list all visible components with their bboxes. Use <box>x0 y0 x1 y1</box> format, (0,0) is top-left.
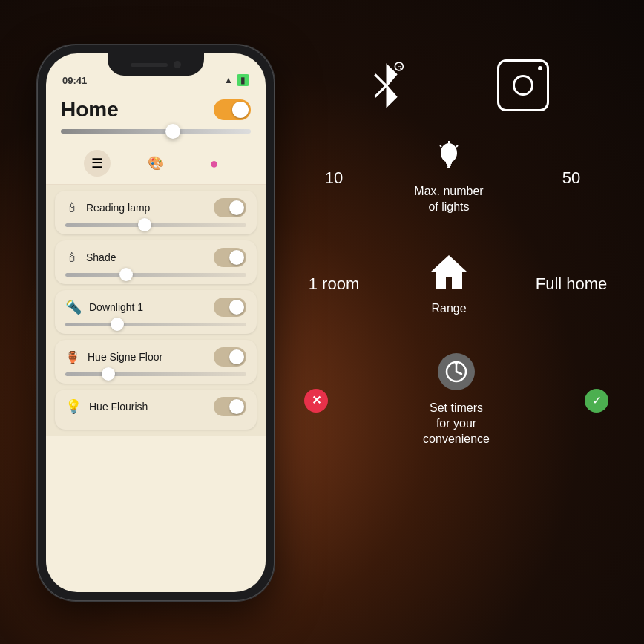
range-center: Range <box>364 252 534 317</box>
device-name: Hue Flourish <box>89 401 148 413</box>
device-item: 🕯 Shade <box>55 240 257 284</box>
bluetooth-item: R <box>364 59 408 111</box>
device-toggle[interactable] <box>214 347 246 367</box>
lights-comparison-row: 10 Max. number of lights 50 <box>289 141 623 215</box>
device-slider[interactable] <box>65 223 246 227</box>
status-time: 09:41 <box>62 75 87 86</box>
range-comparison-row: 1 room Range Full home <box>289 252 623 317</box>
timers-comparison-row: ✕ Set timers for your convenience ✓ <box>289 353 623 447</box>
range-max-value: Full home <box>534 275 608 294</box>
device-name: Reading lamp <box>86 202 150 214</box>
svg-line-9 <box>456 372 461 374</box>
toggle-knob <box>229 250 244 265</box>
device-toggle[interactable] <box>214 198 246 217</box>
bridge-dot <box>538 66 542 70</box>
lights-max-value: 50 <box>534 168 608 188</box>
device-item: 🔦 Downlight 1 <box>55 290 257 334</box>
speaker <box>131 63 168 67</box>
downlight-icon: 🔦 <box>65 299 82 315</box>
phone-mockup: 09:41 ▲ ▮ Home <box>37 45 275 601</box>
toggle-knob <box>229 349 244 364</box>
device-left: 💡 Hue Flourish <box>65 398 148 415</box>
svg-rect-5 <box>447 166 450 168</box>
device-row: 🕯 Reading lamp <box>65 198 246 217</box>
camera <box>174 61 181 68</box>
device-left: 🕯 Shade <box>65 250 116 266</box>
house-icon <box>430 252 468 291</box>
home-title-row: Home <box>61 98 251 122</box>
slider-thumb <box>138 218 151 231</box>
range-label: Range <box>431 301 466 317</box>
bulb-icon <box>438 141 459 174</box>
app-header: Home <box>46 91 266 142</box>
device-item: 🏺 Hue Signe Floor <box>55 340 257 384</box>
lights-center: Max. number of lights <box>364 141 534 215</box>
brightness-thumb <box>165 124 180 139</box>
no-timers-icon: ✕ <box>304 389 328 413</box>
svg-point-2 <box>441 143 457 162</box>
battery-icon: ▮ <box>237 74 249 86</box>
device-row: 🔦 Downlight 1 <box>65 298 246 317</box>
svg-point-10 <box>455 362 458 365</box>
slider-thumb <box>102 367 115 381</box>
yes-timers-icon: ✓ <box>585 389 608 413</box>
svg-marker-6 <box>431 255 467 289</box>
device-slider[interactable] <box>65 323 246 326</box>
app-content: Home ☰ 🎨 ● <box>46 91 266 592</box>
device-toggle[interactable] <box>214 397 246 416</box>
bluetooth-svg: R <box>366 62 407 110</box>
flourish-icon: 💡 <box>65 398 82 415</box>
bridge-icon <box>497 59 549 111</box>
device-left: 🏺 Hue Signe Floor <box>65 350 162 364</box>
clock-icon <box>438 353 475 390</box>
toggle-knob <box>229 300 244 315</box>
timers-center: Set timers for your convenience <box>328 353 585 447</box>
device-left: 🔦 Downlight 1 <box>65 299 143 315</box>
tab-colors[interactable]: ● <box>201 150 228 177</box>
timers-label: Set timers for your convenience <box>423 401 490 447</box>
home-title: Home <box>61 98 119 122</box>
comparison-section: R 10 Max. number of li <box>289 59 623 616</box>
bridge-circle <box>513 75 533 96</box>
status-icons: ▲ ▮ <box>224 74 249 86</box>
bridge-item <box>497 59 549 111</box>
clock-svg <box>445 361 467 383</box>
device-item: 💡 Hue Flourish <box>55 390 257 430</box>
device-name: Downlight 1 <box>89 301 143 313</box>
svg-rect-3 <box>446 162 452 164</box>
toggle-knob <box>232 102 249 118</box>
range-min-value: 1 room <box>304 275 364 294</box>
notch <box>108 53 204 76</box>
device-item: 🕯 Reading lamp <box>55 191 257 234</box>
x-symbol: ✕ <box>312 393 321 407</box>
slider-thumb <box>111 318 124 331</box>
tab-scenes[interactable]: 🎨 <box>142 150 169 177</box>
device-name: Hue Signe Floor <box>88 351 162 363</box>
lamp-icon: 🕯 <box>65 200 79 216</box>
phone-body: 09:41 ▲ ▮ Home <box>37 45 275 601</box>
top-icons-row: R <box>289 59 623 111</box>
svg-text:R: R <box>397 64 401 70</box>
floor-lamp-icon: 🏺 <box>65 350 80 364</box>
toggle-knob <box>229 200 244 215</box>
svg-rect-4 <box>447 164 451 166</box>
device-toggle[interactable] <box>214 248 246 267</box>
bluetooth-icon: R <box>364 59 408 111</box>
device-toggle[interactable] <box>214 298 246 317</box>
device-row: 🕯 Shade <box>65 248 246 267</box>
device-name: Shade <box>86 252 116 263</box>
device-slider[interactable] <box>65 372 246 376</box>
tab-bar: ☰ 🎨 ● <box>46 142 266 185</box>
phone-screen: 09:41 ▲ ▮ Home <box>46 53 266 592</box>
device-row: 🏺 Hue Signe Floor <box>65 347 246 367</box>
device-slider[interactable] <box>65 273 246 277</box>
tab-list[interactable]: ☰ <box>84 150 111 177</box>
brightness-slider[interactable] <box>61 129 251 134</box>
shade-icon: 🕯 <box>65 250 79 266</box>
signal-icon: ▲ <box>224 75 233 85</box>
home-toggle[interactable] <box>214 99 251 120</box>
lights-min-value: 10 <box>304 168 364 188</box>
device-row: 💡 Hue Flourish <box>65 397 246 416</box>
check-symbol: ✓ <box>592 393 602 407</box>
lights-label: Max. number of lights <box>414 184 483 215</box>
